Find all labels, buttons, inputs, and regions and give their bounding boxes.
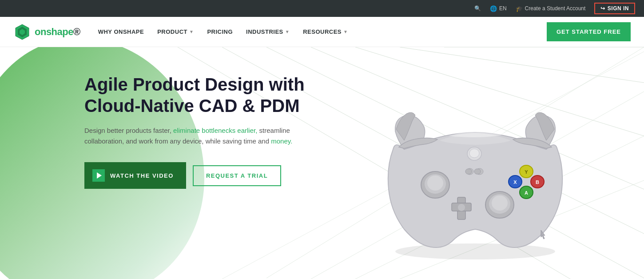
nav-pricing[interactable]: PRICING xyxy=(207,28,233,35)
game-controller-svg: Y B X A xyxy=(360,78,591,265)
get-started-button[interactable]: GET STARTED FREE xyxy=(547,22,631,41)
navigation-bar: onshape® WHY ONSHAPE PRODUCT ▼ PRICING I… xyxy=(0,17,644,47)
globe-icon: 🌐 xyxy=(490,5,497,12)
hero-content: Agile Product Design with Cloud-Native C… xyxy=(0,47,311,189)
play-icon-box xyxy=(92,169,105,182)
svg-text:B: B xyxy=(536,179,539,185)
svg-text:Y: Y xyxy=(525,169,528,175)
watch-video-button[interactable]: WATCH THE VIDEO xyxy=(84,162,186,189)
hero-buttons: WATCH THE VIDEO REQUEST A TRIAL xyxy=(84,162,311,189)
top-bar: 🔍 🌐 EN 🎓 Create a Student Account ↪ SIGN… xyxy=(0,0,644,17)
logo-text: onshape® xyxy=(35,26,80,38)
controller-image: Y B X A xyxy=(342,60,608,279)
nav-industries[interactable]: INDUSTRIES ▼ xyxy=(246,28,290,35)
svg-rect-28 xyxy=(474,169,481,174)
nav-product[interactable]: PRODUCT ▼ xyxy=(157,28,194,35)
svg-point-30 xyxy=(469,149,479,158)
search-icon[interactable]: 🔍 xyxy=(474,5,481,12)
nav-resources[interactable]: RESOURCES ▼ xyxy=(303,28,348,35)
svg-rect-27 xyxy=(465,169,472,174)
logo[interactable]: onshape® xyxy=(13,23,80,41)
resources-chevron-icon: ▼ xyxy=(343,29,348,34)
highlight-text-1: eliminate bottlenecks earlier, xyxy=(173,127,257,134)
nav-why-onshape[interactable]: WHY ONSHAPE xyxy=(98,28,144,35)
logo-icon xyxy=(13,23,31,41)
svg-point-24 xyxy=(458,204,465,211)
svg-text:A: A xyxy=(525,190,528,195)
nav-links: WHY ONSHAPE PRODUCT ▼ PRICING INDUSTRIES… xyxy=(98,28,547,35)
highlight-text-2: money. xyxy=(271,137,292,145)
hero-section: Agile Product Design with Cloud-Native C… xyxy=(0,47,644,279)
play-icon xyxy=(97,172,102,179)
svg-text:X: X xyxy=(513,179,517,185)
svg-point-15 xyxy=(395,243,555,259)
language-selector[interactable]: 🌐 EN xyxy=(490,5,507,12)
hero-description: Design better products faster, eliminate… xyxy=(84,125,302,147)
industries-chevron-icon: ▼ xyxy=(285,29,290,34)
student-account-link[interactable]: 🎓 Create a Student Account xyxy=(516,5,586,12)
student-icon: 🎓 xyxy=(516,5,523,12)
request-trial-button[interactable]: REQUEST A TRIAL xyxy=(193,165,281,186)
hero-title: Agile Product Design with Cloud-Native C… xyxy=(84,74,311,116)
sign-in-button[interactable]: ↪ SIGN IN xyxy=(594,3,635,14)
svg-point-18 xyxy=(427,175,443,191)
sign-in-icon: ↪ xyxy=(600,5,605,12)
svg-point-21 xyxy=(492,195,508,211)
product-chevron-icon: ▼ xyxy=(189,29,194,34)
